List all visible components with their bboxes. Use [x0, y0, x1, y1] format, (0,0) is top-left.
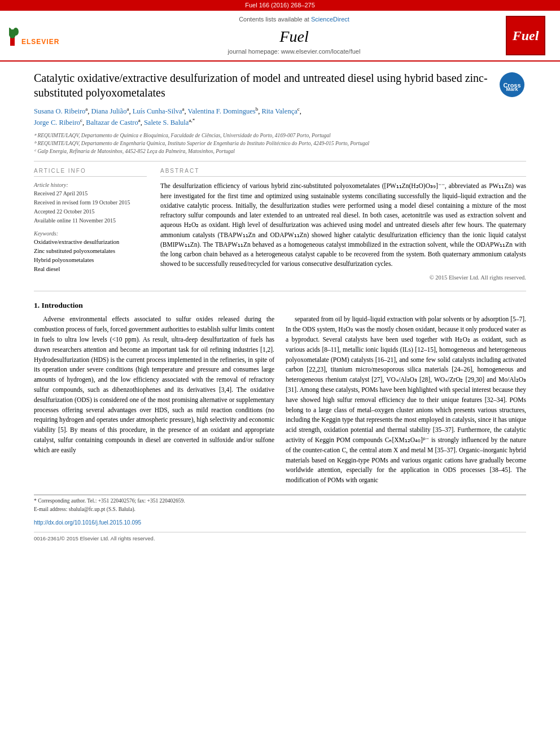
svg-point-2: [13, 28, 19, 36]
affil-c: ᶜ Galp Energia, Refinaria de Matosinhos,…: [34, 147, 526, 155]
accepted-date: Accepted 22 October 2015: [34, 207, 147, 216]
fuel-logo: Fuel: [506, 16, 545, 55]
abstract-col: ABSTRACT The desulfurization efficiency …: [160, 167, 526, 282]
article-info-col: ARTICLE INFO Article history: Received 2…: [34, 167, 147, 282]
authors: Susana O. Ribeiroa, Diana Juliãoa, Luís …: [34, 106, 526, 128]
intro-right-text: separated from oil by liquid–liquid extr…: [286, 314, 526, 486]
journal-header: ELSEVIER Contents lists available at Sci…: [0, 11, 560, 62]
keywords-label: Keywords:: [34, 230, 147, 238]
publisher-logo: ELSEVIER: [9, 21, 82, 50]
article-content: Catalytic oxidative/extractive desulfuri…: [0, 62, 560, 551]
intro-columns: Adverse environmental effects associated…: [34, 314, 526, 488]
affil-b: ᵇ REQUIMTE/LAQV, Departamento de Engenha…: [34, 139, 526, 147]
doi-link[interactable]: http://dx.doi.org/10.1016/j.fuel.2015.10…: [34, 519, 141, 526]
abstract-text: The desulfurization efficiency of variou…: [160, 181, 526, 269]
received-date: Received 27 April 2015: [34, 189, 147, 198]
contents-line: Contents lists available at ScienceDirec…: [89, 15, 499, 24]
revised-date: Received in revised form 19 October 2015: [34, 198, 147, 207]
info-abstract-section: ARTICLE INFO Article history: Received 2…: [34, 167, 526, 282]
affiliations: ᵃ REQUIMTE/LAQV, Departamento de Química…: [34, 132, 526, 156]
crossmark-icon: Cross Mark: [500, 72, 524, 97]
divider-2: [34, 291, 526, 291]
corresponding-author: * Corresponding author. Tel.: +351 22040…: [34, 497, 526, 505]
crossmark-badge[interactable]: Cross Mark: [498, 71, 526, 99]
journal-info: Contents lists available at ScienceDirec…: [89, 15, 499, 56]
journal-name: Fuel: [89, 25, 499, 47]
abstract-header: ABSTRACT: [160, 167, 526, 177]
volume-text: Fuel 166 (2016) 268–275: [245, 2, 315, 8]
fuel-logo-box: Fuel: [506, 16, 551, 55]
doi-section: http://dx.doi.org/10.1016/j.fuel.2015.10…: [34, 517, 526, 527]
footnotes: * Corresponding author. Tel.: +351 22040…: [34, 495, 526, 514]
volume-bar: Fuel 166 (2016) 268–275: [0, 0, 560, 11]
footer-bar: 0016-2361/© 2015 Elsevier Ltd. All right…: [34, 532, 526, 542]
intro-left-text: Adverse environmental effects associated…: [34, 314, 274, 455]
keywords-section: Keywords: Oxidative/extractive desulfuri…: [34, 230, 147, 273]
article-info-header: ARTICLE INFO: [34, 167, 147, 177]
available-date: Available online 11 November 2015: [34, 216, 147, 225]
intro-section: 1. Introduction Adverse environmental ef…: [34, 300, 526, 488]
history-label: Article history:: [34, 181, 147, 189]
footer-text: 0016-2361/© 2015 Elsevier Ltd. All right…: [34, 535, 155, 541]
email-line: E-mail address: sbalula@fc.up.pt (S.S. B…: [34, 506, 526, 513]
dates: Received 27 April 2015 Received in revis…: [34, 189, 147, 225]
divider-1: [34, 161, 526, 161]
svg-text:ELSEVIER: ELSEVIER: [21, 38, 59, 46]
keyword-1: Oxidative/extractive desulfurization: [34, 238, 147, 247]
keyword-2: Zinc substituted polyoxometalates: [34, 247, 147, 256]
article-title: Catalytic oxidative/extractive desulfuri…: [34, 71, 526, 100]
journal-homepage: journal homepage: www.elsevier.com/locat…: [89, 47, 499, 56]
affil-a: ᵃ REQUIMTE/LAQV, Departamento de Química…: [34, 132, 526, 139]
intro-title: 1. Introduction: [34, 300, 526, 311]
keyword-3: Hybrid polyoxometalates: [34, 256, 147, 265]
elsevier-logo: ELSEVIER: [9, 21, 82, 50]
svg-text:Mark: Mark: [506, 87, 518, 93]
intro-left-col: Adverse environmental effects associated…: [34, 314, 274, 488]
copyright: © 2015 Elsevier Ltd. All rights reserved…: [160, 274, 526, 282]
keyword-4: Real diesel: [34, 265, 147, 274]
intro-right-col: separated from oil by liquid–liquid extr…: [286, 314, 526, 488]
sciencedirect-link[interactable]: ScienceDirect: [311, 16, 349, 23]
elsevier-logo-svg: ELSEVIER: [9, 21, 71, 50]
